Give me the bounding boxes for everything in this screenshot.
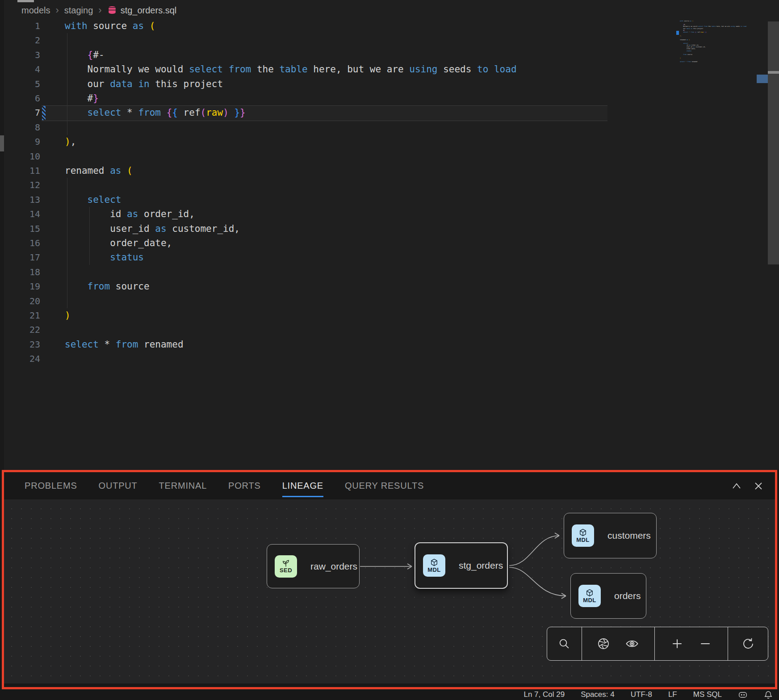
code-line[interactable]: our data in this project [65,77,223,91]
line-number[interactable]: 6 [0,91,40,105]
zoom-group [655,627,728,660]
tab-lineage[interactable]: LINEAGE [282,481,323,491]
close-icon[interactable] [754,482,762,490]
line-number[interactable]: 24 [0,352,40,366]
line-number[interactable]: 12 [0,178,40,192]
line-number[interactable]: 5 [0,77,40,91]
language-mode[interactable]: MS SQL [693,690,722,699]
code-line[interactable]: user_id as customer_id, [65,222,240,236]
code-line[interactable]: #} [65,91,99,105]
lineage-canvas[interactable]: SED raw_orders MDL stg_orders [4,499,775,683]
line-number[interactable]: 2 [0,33,40,47]
overview-ruler-cursor-marker [768,71,779,74]
line-number[interactable]: 16 [0,236,40,250]
aperture-icon[interactable] [597,637,610,650]
code-line[interactable]: {#- [65,48,105,62]
status-bar: Ln 7, Col 29 Spaces: 4 UTF-8 LF MS SQL [0,689,779,700]
panel-tabbar: PROBLEMS OUTPUT TERMINAL PORTS LINEAGE Q… [4,472,775,499]
line-number[interactable]: 17 [0,250,40,264]
code-line[interactable]: order_date, [65,236,172,250]
encoding[interactable]: UTF-8 [631,690,652,699]
tab-problems[interactable]: PROBLEMS [25,481,77,491]
modified-line-gutter-marker [42,106,46,120]
cube-icon [430,558,439,567]
tab-output[interactable]: OUTPUT [99,481,138,491]
code-line[interactable]: select * from {{ ref(raw) }} [65,105,246,120]
line-number[interactable]: 23 [0,337,40,352]
cube-icon [585,588,594,597]
bottom-panel-region: PROBLEMS OUTPUT TERMINAL PORTS LINEAGE Q… [0,470,779,689]
line-number[interactable]: 10 [0,149,40,163]
model-badge: MDL [578,585,601,607]
zoom-out-icon[interactable] [699,638,711,650]
lineage-toolbar [547,627,768,661]
line-number[interactable]: 8 [0,120,40,134]
eye-icon[interactable] [625,638,639,650]
zoom-in-icon[interactable] [671,638,683,650]
breadcrumb-item-file[interactable]: stg_orders.sql [107,5,177,16]
copilot-icon[interactable] [738,690,748,699]
lineage-node-orders[interactable]: MDL orders [570,573,646,619]
line-number[interactable]: 13 [0,193,40,207]
chevron-up-icon[interactable] [732,483,741,489]
code-line[interactable]: select * from renamed [65,337,184,352]
code-line[interactable]: with source as ( [65,19,155,33]
minimap-line [680,63,767,65]
view-options-group [582,627,655,660]
bell-icon[interactable] [764,690,773,700]
breadcrumb: models › staging › stg_orders.sql [21,0,176,21]
cursor-position[interactable]: Ln 7, Col 29 [524,690,565,699]
badge-label: MDL [576,537,590,543]
line-number[interactable]: 9 [0,134,40,149]
badge-label: MDL [427,566,441,573]
line-number[interactable]: 18 [0,265,40,279]
line-number[interactable]: 7 [0,105,40,120]
vscode-window: models › staging › stg_orders.sql 123456… [0,0,779,700]
line-number[interactable]: 19 [0,279,40,293]
tab-query-results[interactable]: QUERY RESULTS [345,481,424,491]
breadcrumb-item-staging[interactable]: staging [64,5,93,16]
lineage-node-stg-orders[interactable]: MDL stg_orders [415,542,508,589]
editor-scrollbar[interactable] [768,21,779,264]
code-line[interactable]: ) [65,308,71,323]
eol-setting[interactable]: LF [668,690,677,699]
seed-badge: SED [275,555,297,578]
line-number[interactable]: 20 [0,294,40,308]
minimap[interactable]: with source as ( {#- Normally we would s… [680,20,767,65]
search-button[interactable] [547,627,582,660]
line-number[interactable]: 11 [0,163,40,178]
seedling-icon [281,559,290,567]
badge-label: MDL [583,597,596,604]
database-icon [107,5,117,15]
chevron-right-icon: › [98,4,101,16]
lineage-node-customers[interactable]: MDL customers [564,513,657,558]
refresh-button[interactable] [728,627,768,660]
code-line[interactable]: status [65,250,144,264]
line-number[interactable]: 14 [0,207,40,221]
line-number[interactable]: 1 [0,19,40,33]
model-badge: MDL [423,554,445,577]
code-line[interactable]: renamed as ( [65,163,133,178]
line-number[interactable]: 15 [0,222,40,236]
tab-terminal[interactable]: TERMINAL [159,481,207,491]
code-line[interactable]: ), [65,134,76,149]
code-line[interactable]: from source [65,279,150,293]
badge-label: SED [280,567,292,574]
tab-ports[interactable]: PORTS [228,481,261,491]
code-line[interactable]: select [65,193,121,207]
overview-ruler-modified-marker [757,75,768,83]
line-number[interactable]: 21 [0,308,40,323]
line-number[interactable]: 3 [0,48,40,62]
code-line[interactable]: Normally we would select from the table … [65,62,517,76]
minimap-modified-marker [676,31,679,35]
breadcrumb-item-models[interactable]: models [21,5,50,16]
indentation-setting[interactable]: Spaces: 4 [581,690,615,699]
node-label: raw_orders [310,561,357,572]
panel: PROBLEMS OUTPUT TERMINAL PORTS LINEAGE Q… [4,472,775,687]
node-label: orders [614,591,641,601]
cube-icon [578,528,587,537]
lineage-node-raw-orders[interactable]: SED raw_orders [267,544,360,588]
line-number[interactable]: 22 [0,323,40,337]
code-line[interactable]: id as order_id, [65,207,195,221]
line-number[interactable]: 4 [0,62,40,76]
